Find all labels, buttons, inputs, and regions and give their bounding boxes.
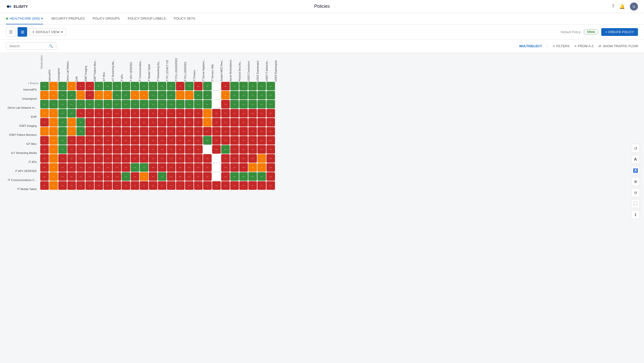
matrix-cell-0-0[interactable]: ↔ [40, 82, 49, 90]
matrix-cell-5-6[interactable]: ↔ [95, 127, 103, 136]
matrix-cell-11-6[interactable]: ↔ [95, 181, 103, 190]
matrix-cell-9-20[interactable]: ↔ [221, 163, 230, 172]
matrix-cell-8-14[interactable]: ↔ [167, 154, 175, 163]
matrix-cell-3-23[interactable]: ↔ [248, 109, 257, 117]
matrix-cell-8-19[interactable] [212, 154, 221, 163]
matrix-cell-11-12[interactable]: ↔ [149, 181, 157, 190]
matrix-cell-2-9[interactable]: ↔ [122, 100, 130, 108]
col-header-10[interactable]: IT Communication... [135, 58, 145, 82]
matrix-cell-7-11[interactable]: ↔ [140, 145, 148, 154]
matrix-cell-10-21[interactable]: ↔ [230, 172, 239, 181]
matrix-cell-4-0[interactable]: ↔ [40, 118, 49, 127]
matrix-cell-2-25[interactable]: ↔ [266, 100, 275, 108]
matrix-cell-5-1[interactable]: ↔* [49, 127, 58, 136]
matrix-cell-9-1[interactable]: ↔ [49, 163, 58, 172]
matrix-cell-0-14[interactable]: ↔ [167, 82, 175, 90]
matrix-cell-0-1[interactable]: ↔* [49, 82, 58, 90]
matrix-cell-2-6[interactable]: ↔ [95, 100, 103, 108]
matrix-cell-1-14[interactable]: ↔ [167, 91, 175, 99]
matrix-cell-1-4[interactable]: ↔* [76, 91, 85, 99]
matrix-cell-7-19[interactable]: ↔ [212, 145, 221, 154]
matrix-cell-1-12[interactable]: ↔ [149, 91, 157, 99]
matrix-cell-10-25[interactable]: ↔ [266, 172, 275, 181]
matrix-cell-6-10[interactable]: ↔ [131, 136, 139, 145]
matrix-cell-3-6[interactable]: ↔ [95, 109, 103, 117]
matrix-cell-6-2[interactable]: ↔ [58, 136, 67, 145]
matrix-cell-3-9[interactable]: ↔ [122, 109, 130, 117]
col-header-21[interactable]: Physical Security... [235, 58, 244, 82]
matrix-cell-6-24[interactable]: ↔ [257, 136, 266, 145]
matrix-cell-5-22[interactable]: ↔ [239, 127, 248, 136]
col-header-24[interactable]: USER IT Administ... [262, 58, 271, 82]
matrix-cell-0-15[interactable]: ↔* [176, 82, 185, 90]
matrix-cell-5-20[interactable]: ↔ [221, 127, 230, 136]
matrix-cell-8-25[interactable]: ↔ [266, 154, 275, 163]
matrix-cell-3-8[interactable]: ↔ [113, 109, 121, 117]
matrix-cell-1-22[interactable]: ↔ [239, 91, 248, 99]
matrix-cell-0-16[interactable]: ↔ [185, 82, 194, 90]
matrix-cell-11-5[interactable]: ↔ [85, 181, 94, 190]
filters-button[interactable]: ≡ FILTERS [553, 44, 569, 48]
multiselect-button[interactable]: MULTISELECT [519, 44, 542, 48]
matrix-cell-9-11[interactable]: ↔ [140, 163, 148, 172]
matrix-cell-4-10[interactable]: ↔ [131, 118, 139, 127]
matrix-cell-1-0[interactable]: ↔* [40, 91, 49, 99]
matrix-cell-1-23[interactable]: ↔ [248, 91, 257, 99]
matrix-cell-8-22[interactable]: ↔ [239, 154, 248, 163]
matrix-cell-8-11[interactable]: ↔ [140, 154, 148, 163]
matrix-cell-9-2[interactable]: ↔ [58, 163, 67, 172]
default-view-button[interactable]: ≡ DEFAULT VIEW ▾ [29, 28, 66, 36]
matrix-cell-8-13[interactable]: ↔ [158, 154, 166, 163]
col-header-13[interactable]: IT PC LEGACY OS [163, 58, 172, 82]
matrix-cell-8-1[interactable]: ↔ [49, 154, 58, 163]
col-header-23[interactable]: USER Deactivated [253, 58, 262, 82]
matrix-cell-10-23[interactable]: ↔ [248, 172, 257, 181]
matrix-cell-9-12[interactable]: ↔ [149, 163, 157, 172]
matrix-cell-5-14[interactable]: ↔ [167, 127, 175, 136]
matrix-cell-1-9[interactable]: ↔ [122, 91, 130, 99]
matrix-cell-7-17[interactable]: ↔ [194, 145, 203, 154]
matrix-cell-8-21[interactable]: ↔ [230, 154, 239, 163]
matrix-cell-5-9[interactable]: ↔ [122, 127, 130, 136]
matrix-cell-3-0[interactable]: ↔ [40, 109, 49, 117]
matrix-cell-0-12[interactable]: ↔ [149, 82, 157, 90]
matrix-cell-9-21[interactable]: ↔ [230, 163, 239, 172]
matrix-cell-9-18[interactable]: ↔ [203, 163, 212, 172]
matrix-cell-11-14[interactable]: ↔ [167, 181, 175, 190]
matrix-cell-4-12[interactable]: ↔ [149, 118, 157, 127]
matrix-cell-8-6[interactable]: ↔* [95, 154, 103, 163]
matrix-cell-0-6[interactable]: ↔ [95, 82, 103, 90]
matrix-cell-8-18[interactable]: ↔ [203, 154, 212, 163]
matrix-cell-0-24[interactable]: ↔ [257, 82, 266, 90]
matrix-cell-0-13[interactable]: ↔ [158, 82, 166, 90]
matrix-cell-10-4[interactable]: ↔ [76, 172, 85, 181]
tab-healthcare[interactable]: HEALTHCARE (633) ▾ [6, 13, 43, 24]
matrix-cell-4-20[interactable]: ↔ [221, 118, 230, 127]
matrix-cell-4-4[interactable]: ↔* [76, 118, 85, 127]
matrix-cell-2-24[interactable]: ↔ [257, 100, 266, 108]
matrix-cell-2-10[interactable]: ↔ [131, 100, 139, 108]
matrix-cell-10-11[interactable]: ↔ [140, 172, 148, 181]
matrix-cell-10-16[interactable]: ↔* [185, 172, 194, 181]
matrix-cell-9-8[interactable]: ↔ [113, 163, 121, 172]
col-header-25[interactable]: USER Radiologists [271, 58, 280, 82]
matrix-cell-11-3[interactable]: ↔ [67, 181, 76, 190]
matrix-cell-5-4[interactable]: ↔* [76, 127, 85, 136]
matrix-cell-1-20[interactable]: ↔* [221, 91, 230, 99]
matrix-cell-4-21[interactable]: ↔ [230, 118, 239, 127]
col-header-17[interactable]: IT Server Applianc... [199, 58, 208, 82]
matrix-cell-10-17[interactable]: ↔ [194, 172, 203, 181]
matrix-cell-7-20[interactable]: ↔ [221, 145, 230, 154]
matrix-cell-1-18[interactable]: ↔ [203, 91, 212, 99]
matrix-cell-10-24[interactable]: ↔ [257, 172, 266, 181]
matrix-cell-6-25[interactable]: ↔ [266, 136, 275, 145]
matrix-cell-5-24[interactable]: ↔ [257, 127, 266, 136]
matrix-cell-6-22[interactable]: ↔ [239, 136, 248, 145]
matrix-cell-8-5[interactable]: ↔ [85, 154, 94, 163]
matrix-cell-11-23[interactable]: ↔ [248, 181, 257, 190]
search-input[interactable] [9, 44, 47, 48]
matrix-cell-6-17[interactable]: ↔* [194, 136, 203, 145]
col-header-22[interactable]: USER Contractors [244, 58, 253, 82]
matrix-cell-10-18[interactable]: ↔ [203, 172, 212, 181]
matrix-cell-8-12[interactable]: ↔ [149, 154, 157, 163]
